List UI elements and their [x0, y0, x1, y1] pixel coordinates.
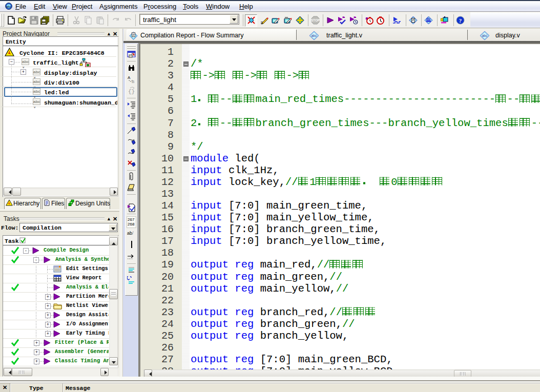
svg-text:STOP: STOP [311, 18, 320, 22]
svg-text:{}: {} [128, 89, 135, 95]
svg-text:abc: abc [6, 5, 11, 8]
svg-text:abc: abc [482, 34, 488, 37]
svg-text:A: A [128, 75, 131, 80]
svg-text:abc: abc [311, 34, 317, 37]
svg-text:?: ? [459, 17, 462, 24]
svg-text:B: B [132, 79, 134, 84]
